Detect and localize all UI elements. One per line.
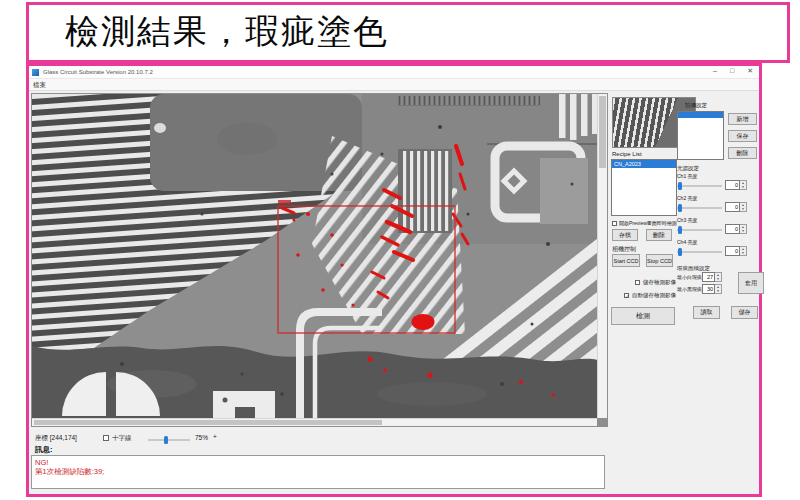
message-line-ng: NG! bbox=[35, 458, 601, 467]
ch3-slider-track[interactable] bbox=[677, 229, 722, 231]
recipe-list-label: Recipe List bbox=[612, 151, 642, 157]
auto-save-label: 自動儲存檢測影像 bbox=[632, 292, 676, 299]
defect-settings-label: 瑕疵面積設定 bbox=[677, 265, 710, 272]
ch2-spinbox[interactable]: 0 ▲▼ bbox=[725, 202, 747, 212]
ch2-slider-thumb[interactable] bbox=[678, 204, 682, 212]
ch4-slider-track[interactable] bbox=[677, 251, 722, 253]
ch4-label: Ch4 亮度 bbox=[677, 239, 698, 245]
page-title: 檢測結果，瑕疵塗色 bbox=[65, 9, 389, 55]
ch1-spinner-arrows[interactable]: ▲▼ bbox=[740, 180, 747, 190]
preview-checkbox[interactable] bbox=[612, 221, 617, 226]
crosshair-label: 十字線 bbox=[112, 434, 132, 443]
save-button[interactable]: 存檔 bbox=[612, 229, 638, 241]
recipe-selected-item[interactable]: CN_A2023 bbox=[612, 160, 676, 168]
light-settings-label: 光源設定 bbox=[677, 165, 699, 172]
ch3-spinner-arrows[interactable]: ▲▼ bbox=[740, 224, 747, 234]
ch2-slider-track[interactable] bbox=[677, 207, 722, 209]
close-button[interactable]: ✕ bbox=[747, 67, 753, 75]
capture-listbox[interactable] bbox=[677, 111, 724, 160]
inspection-image bbox=[32, 94, 597, 418]
ch1-label: Ch1 亮度 bbox=[677, 173, 698, 179]
message-box: NG! 第1次檢測缺陷數:39; bbox=[31, 455, 605, 489]
min-white-defect-label: 最小白瑕疵 bbox=[677, 274, 702, 280]
viewer-statusbar: 座標 [244,174] 十字線 75% + bbox=[31, 431, 608, 445]
ch3-spinbox[interactable]: 0 ▲▼ bbox=[725, 224, 747, 234]
message-label: 訊息: bbox=[35, 445, 53, 455]
apply-button[interactable]: 套用 bbox=[738, 272, 764, 294]
window-titlebar: Glass Circuit Substrate Version 20.10.7.… bbox=[29, 66, 759, 79]
ch4-slider-thumb[interactable] bbox=[678, 248, 682, 256]
ch2-label: Ch2 亮度 bbox=[677, 195, 698, 201]
inspect-button[interactable]: 檢測 bbox=[611, 307, 675, 325]
ch3-label: Ch3 亮度 bbox=[677, 217, 698, 223]
app-window: Glass Circuit Substrate Version 20.10.7.… bbox=[26, 63, 762, 497]
add-button[interactable]: 新增 bbox=[728, 113, 757, 125]
save-image-checkbox[interactable] bbox=[635, 280, 640, 285]
zoom-slider-track[interactable] bbox=[148, 439, 190, 441]
zoom-slider-thumb[interactable] bbox=[164, 436, 168, 444]
min-black-defect-label: 最小黑瑕疵 bbox=[677, 286, 702, 292]
horizontal-scrollbar[interactable] bbox=[32, 418, 597, 426]
store-button[interactable]: 儲存 bbox=[731, 306, 758, 319]
remove-button[interactable]: 刪除 bbox=[728, 147, 757, 159]
menu-bar: 檔案 bbox=[29, 79, 759, 91]
start-ccd-button[interactable]: Start CCD bbox=[612, 254, 640, 267]
ch3-slider-thumb[interactable] bbox=[678, 226, 682, 234]
window-title: Glass Circuit Substrate Version 20.10.7.… bbox=[43, 69, 153, 75]
preview-checkbox-label: 開啟Preview畫面即時檢測 bbox=[619, 220, 677, 226]
ch4-spinbox[interactable]: 0 ▲▼ bbox=[725, 246, 747, 256]
zoom-readout: 75% bbox=[195, 434, 208, 441]
min-black-spinner-arrows[interactable]: ▲▼ bbox=[715, 284, 722, 294]
min-white-defect-spinbox[interactable]: 27 ▲▼ bbox=[702, 272, 722, 282]
coords-readout: 座標 [244,174] bbox=[35, 434, 77, 443]
horizontal-scrollbar-thumb[interactable] bbox=[34, 420, 382, 425]
load-button[interactable]: 讀取 bbox=[693, 306, 720, 319]
keep-button[interactable]: 保存 bbox=[728, 130, 757, 142]
message-line-count: 第1次檢測缺陷數:39; bbox=[35, 467, 601, 476]
auto-save-checkbox[interactable] bbox=[624, 293, 629, 298]
image-viewport[interactable] bbox=[31, 93, 608, 427]
minimize-button[interactable]: – bbox=[713, 67, 717, 75]
ch1-slider-thumb[interactable] bbox=[678, 182, 682, 190]
save-image-label: 儲存檢測影像 bbox=[643, 279, 676, 286]
zoom-step-button[interactable]: + bbox=[213, 433, 217, 440]
control-panel: Recipe List CN_A2023 開啟Preview畫面即時檢測 存檔 … bbox=[610, 93, 758, 468]
crosshair-checkbox[interactable] bbox=[103, 435, 109, 441]
ch2-spinner-arrows[interactable]: ▲▼ bbox=[740, 202, 747, 212]
stop-ccd-button[interactable]: Stop CCD bbox=[646, 254, 673, 267]
maximize-button[interactable]: □ bbox=[730, 67, 734, 75]
min-black-defect-spinbox[interactable]: 30 ▲▼ bbox=[702, 284, 722, 294]
capture-selected-item[interactable] bbox=[678, 112, 723, 118]
ch1-slider-track[interactable] bbox=[677, 185, 722, 187]
delete-button[interactable]: 刪除 bbox=[646, 229, 672, 241]
capture-settings-label: 拍攝設定 bbox=[685, 102, 707, 109]
camera-control-label: 相機控制 bbox=[612, 245, 636, 254]
recipe-listbox[interactable]: CN_A2023 bbox=[611, 159, 677, 216]
menu-file[interactable]: 檔案 bbox=[33, 81, 46, 90]
ch4-spinner-arrows[interactable]: ▲▼ bbox=[740, 246, 747, 256]
vertical-scrollbar[interactable] bbox=[597, 94, 607, 418]
annotation-title-box: 檢測結果，瑕疵塗色 bbox=[26, 2, 790, 63]
min-white-spinner-arrows[interactable]: ▲▼ bbox=[715, 272, 722, 282]
app-icon bbox=[32, 69, 39, 76]
ch1-spinbox[interactable]: 0 ▲▼ bbox=[725, 180, 747, 190]
vertical-scrollbar-thumb[interactable] bbox=[599, 96, 606, 168]
